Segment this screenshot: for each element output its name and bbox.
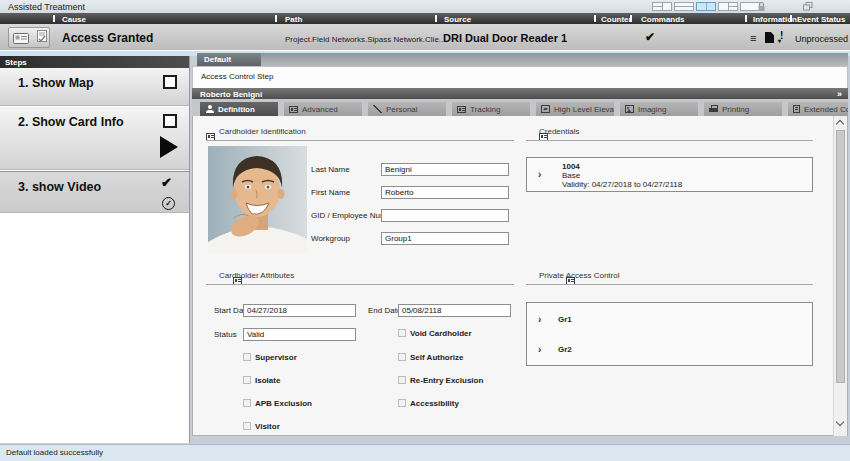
column-commands[interactable]: Commands (641, 15, 685, 24)
supervisor-label: Supervisor (255, 353, 297, 362)
document-icon (793, 105, 800, 113)
first-name-input[interactable] (381, 186, 509, 199)
column-separator (790, 15, 792, 22)
command-executed-check-icon: ✔ (645, 30, 655, 44)
cardholder-tab-strip: Definition Advanced Personal Tracking Hi… (192, 99, 848, 116)
column-path[interactable]: Path (285, 15, 302, 24)
accessibility-checkbox[interactable] (398, 399, 406, 407)
id-card-icon (13, 32, 31, 45)
restore-window-icon[interactable] (803, 2, 813, 11)
visitor-checkbox[interactable] (243, 422, 251, 430)
credential-item[interactable]: › 1004 Base Validity: 04/27/2018 to 04/2… (526, 157, 813, 192)
step-item-show-map[interactable]: 1. Show Map (0, 68, 189, 106)
last-name-input[interactable] (381, 163, 509, 176)
re-entry-exclusion-label: Re-Entry Exclusion (410, 376, 483, 385)
tab-printing[interactable]: Printing (704, 102, 782, 116)
re-entry-exclusion-checkbox[interactable] (398, 376, 406, 384)
play-step-icon[interactable] (160, 136, 178, 158)
workgroup-input[interactable] (381, 232, 509, 245)
expander-icon[interactable]: › (538, 314, 541, 325)
event-row[interactable]: Access Granted Project.Field Networks.Si… (0, 24, 850, 51)
step-checkbox[interactable] (163, 114, 177, 128)
tab-extended-control[interactable]: Extended Control (788, 102, 848, 116)
last-name-label: Last Name (311, 165, 350, 174)
vertical-scrollbar[interactable] (833, 116, 847, 436)
tab-imaging[interactable]: Imaging (620, 102, 698, 116)
column-cause[interactable]: Cause (62, 15, 86, 24)
layout-preset-icon-1[interactable] (652, 2, 672, 11)
tracking-card-icon (457, 106, 466, 113)
cardholder-name: Roberto Benigni (200, 90, 262, 99)
access-group-gr2[interactable]: Gr2 (558, 345, 572, 354)
expander-icon[interactable]: › (538, 344, 541, 355)
tab-label: Extended Control (804, 105, 848, 114)
elevator-icon (541, 105, 550, 113)
step-label: 1. Show Map (18, 76, 94, 90)
end-date-input[interactable] (398, 304, 511, 317)
tab-high-level-elevator[interactable]: High Level Elevator (536, 102, 614, 116)
visitor-label: Visitor (255, 422, 280, 431)
step-checkbox[interactable] (163, 75, 177, 89)
cardholder-photo (208, 146, 307, 253)
section-title: Private Access Control (539, 271, 619, 280)
apb-exclusion-checkbox[interactable] (243, 399, 251, 407)
tab-label: Advanced (302, 105, 338, 114)
tab-label: Personal (386, 105, 418, 114)
status-input[interactable] (243, 328, 356, 341)
step-item-show-card-info[interactable]: 2. Show Card Info (0, 107, 189, 170)
isolate-label: Isolate (255, 376, 280, 385)
isolate-checkbox[interactable] (243, 376, 251, 384)
event-path-value: Project.Field Networks.Sipass Network.Cl… (285, 35, 446, 44)
column-separator (594, 15, 596, 22)
step-type-bar: Access Control Step (192, 66, 848, 88)
step-type-label: Access Control Step (201, 72, 273, 81)
event-log-list-icon[interactable]: ≡ (750, 32, 756, 44)
section-rule (526, 284, 813, 285)
event-type-button[interactable] (8, 27, 50, 48)
workgroup-label: Workgroup (311, 234, 350, 243)
start-date-input[interactable] (243, 304, 356, 317)
view-tab-default[interactable]: Default (197, 53, 261, 66)
tab-tracking[interactable]: Tracking (452, 102, 530, 116)
alert-dropdown-caret-icon[interactable]: ▾ (778, 37, 781, 44)
tab-personal[interactable]: Personal (368, 102, 446, 116)
checklist-badge-icon (37, 30, 48, 44)
column-source[interactable]: Source (444, 15, 471, 24)
column-counter[interactable]: Counter (601, 15, 632, 24)
tab-label: Definition (218, 105, 255, 114)
void-cardholder-checkbox[interactable] (398, 329, 406, 337)
step-acknowledged-circle-check-icon[interactable]: ✓ (162, 197, 175, 210)
scroll-up-icon[interactable] (836, 120, 844, 128)
tab-advanced[interactable]: Advanced (284, 102, 362, 116)
section-rule (526, 140, 813, 141)
event-document-icon[interactable] (765, 32, 774, 43)
accessibility-label: Accessibility (410, 399, 459, 408)
access-group-gr1[interactable]: Gr1 (558, 315, 572, 324)
expander-icon[interactable]: › (538, 169, 541, 180)
layout-preset-icon-4[interactable] (718, 2, 738, 11)
credential-number: 1004 (562, 162, 580, 171)
layout-preset-icon-3-selected[interactable] (696, 2, 716, 11)
self-authorize-checkbox[interactable] (398, 353, 406, 361)
credential-validity: Validity: 04/27/2018 to 04/27/2118 (562, 180, 682, 189)
view-tab-strip (261, 53, 848, 66)
supervisor-checkbox[interactable] (243, 353, 251, 361)
steps-header-label: Steps (5, 58, 27, 67)
layout-preset-icon-2[interactable] (674, 2, 694, 11)
column-event-status[interactable]: Event Status (797, 15, 845, 24)
step-item-show-video[interactable]: 3. show Video ✔ ✓ (0, 171, 189, 213)
tab-label: Tracking (470, 105, 500, 114)
pencil-icon (373, 105, 382, 113)
expand-more-icon[interactable]: » (837, 89, 842, 99)
printer-icon (709, 105, 718, 113)
scrollbar-thumb[interactable] (836, 130, 845, 383)
title-bar: Assisted Treatment (0, 0, 850, 13)
column-separator (275, 15, 277, 22)
end-date-label: End Date (368, 306, 401, 315)
status-bar: Default loaded successfully (0, 444, 850, 461)
gid-input[interactable] (381, 209, 509, 222)
first-name-label: First Name (311, 188, 350, 197)
section-title: Cardholder Attributes (219, 271, 294, 280)
tab-definition[interactable]: Definition (200, 102, 278, 116)
scroll-down-icon[interactable] (836, 418, 844, 426)
